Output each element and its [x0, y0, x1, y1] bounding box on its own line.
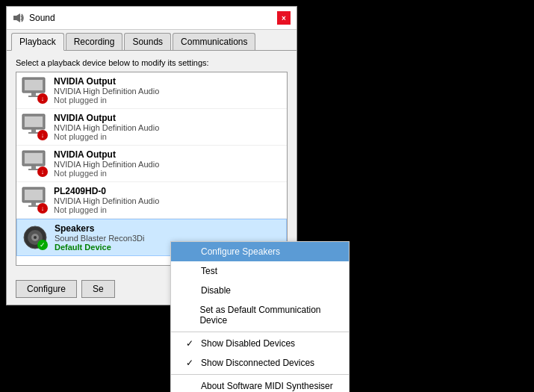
device-icon-wrap: ↓ — [21, 77, 48, 104]
tab-bar: Playback Recording Sounds Communications — [7, 30, 297, 51]
context-menu-item-disable[interactable]: Disable — [171, 281, 349, 300]
svg-rect-0 — [13, 16, 16, 20]
list-item[interactable]: ↓ PL2409HD-0 NVIDIA High Definition Audi… — [16, 182, 287, 219]
device-info: NVIDIA Output NVIDIA High Definition Aud… — [54, 149, 159, 178]
title-bar: Sound × — [7, 7, 297, 30]
tab-recording[interactable]: Recording — [66, 33, 123, 50]
list-item[interactable]: ↓ NVIDIA Output NVIDIA High Definition A… — [16, 72, 287, 109]
device-name: NVIDIA Output — [54, 149, 159, 160]
status-badge-red: ↓ — [37, 93, 48, 104]
device-icon-wrap: ↓ — [21, 187, 48, 214]
device-name: PL2409HD-0 — [54, 186, 159, 196]
svg-rect-15 — [25, 190, 43, 200]
device-name: Speakers — [55, 223, 144, 234]
window-title: Sound — [29, 13, 55, 23]
device-sub: Sound Blaster Recon3Di — [55, 234, 144, 243]
device-info: Speakers Sound Blaster Recon3Di Default … — [55, 223, 144, 252]
list-item[interactable]: ↓ NVIDIA Output NVIDIA High Definition A… — [16, 146, 287, 182]
device-sub: NVIDIA High Definition Audio — [54, 160, 159, 169]
set-default-button[interactable]: Se — [81, 280, 115, 298]
device-status: Not plugged in — [54, 96, 159, 105]
device-status: Not plugged in — [54, 132, 159, 141]
checkmark-show-disconnected: ✓ — [186, 358, 196, 368]
device-icon-wrap: ↓ — [21, 113, 48, 140]
svg-rect-11 — [25, 153, 43, 164]
device-sub: NVIDIA High Definition Audio — [54, 196, 159, 205]
context-menu-label: Configure Speakers — [201, 246, 280, 257]
context-menu-label: Disable — [201, 285, 231, 296]
svg-rect-3 — [25, 80, 43, 90]
window-icon — [13, 12, 25, 24]
context-menu-label: Show Disabled Devices — [201, 338, 295, 349]
content-area: Select a playback device below to modify… — [7, 51, 297, 273]
context-menu-item-show-disconnected[interactable]: ✓ Show Disconnected Devices — [171, 353, 349, 373]
device-status: Default Device — [55, 243, 144, 252]
tab-playback[interactable]: Playback — [11, 33, 64, 51]
speaker-icon-wrap: ✓ — [22, 224, 49, 251]
svg-rect-7 — [25, 116, 43, 127]
title-bar-left: Sound — [13, 12, 55, 24]
context-menu-label: Test — [201, 266, 217, 276]
tab-communications[interactable]: Communications — [173, 33, 255, 50]
context-menu-label: Show Disconnected Devices — [201, 358, 314, 368]
device-info: NVIDIA Output NVIDIA High Definition Aud… — [54, 76, 159, 105]
status-badge-green: ✓ — [37, 240, 48, 250]
context-menu: Configure Speakers Test Disable Set as D… — [170, 241, 350, 392]
device-sub: NVIDIA High Definition Audio — [54, 123, 159, 132]
device-name: NVIDIA Output — [54, 113, 159, 123]
context-menu-label: Set as Default Communication Device — [199, 305, 334, 326]
svg-rect-16 — [31, 202, 36, 205]
configure-button[interactable]: Configure — [16, 280, 77, 298]
svg-rect-12 — [31, 166, 36, 169]
device-icon-wrap: ↓ — [21, 150, 48, 177]
tab-sounds[interactable]: Sounds — [124, 33, 171, 50]
bottom-left: Configure Se — [16, 280, 115, 298]
list-item[interactable]: ↓ NVIDIA Output NVIDIA High Definition A… — [16, 109, 287, 146]
context-menu-separator-2 — [171, 374, 349, 375]
context-menu-label: About Software MIDI Synthesiser — [201, 381, 333, 391]
status-badge-red: ↓ — [37, 167, 48, 177]
svg-point-21 — [34, 236, 37, 239]
context-menu-item-about-midi[interactable]: About Software MIDI Synthesiser — [171, 376, 349, 392]
context-menu-item-configure[interactable]: Configure Speakers — [171, 242, 349, 261]
status-badge-red: ↓ — [37, 130, 48, 140]
svg-rect-8 — [31, 129, 36, 132]
context-menu-item-test[interactable]: Test — [171, 261, 349, 281]
checkmark-show-disabled: ✓ — [186, 338, 196, 349]
content-instruction: Select a playback device below to modify… — [16, 58, 288, 67]
svg-marker-1 — [16, 13, 20, 22]
context-menu-item-show-disabled[interactable]: ✓ Show Disabled Devices — [171, 334, 349, 353]
device-info: PL2409HD-0 NVIDIA High Definition Audio … — [54, 186, 159, 214]
device-name: NVIDIA Output — [54, 76, 159, 87]
close-button[interactable]: × — [277, 11, 291, 25]
context-menu-separator — [171, 332, 349, 332]
status-badge-red: ↓ — [37, 203, 48, 214]
device-list[interactable]: ↓ NVIDIA Output NVIDIA High Definition A… — [16, 72, 288, 266]
device-info: NVIDIA Output NVIDIA High Definition Aud… — [54, 113, 159, 141]
svg-rect-4 — [31, 93, 36, 96]
device-sub: NVIDIA High Definition Audio — [54, 87, 159, 96]
device-status: Not plugged in — [54, 169, 159, 178]
device-status: Not plugged in — [54, 205, 159, 214]
context-menu-item-set-default-comm[interactable]: Set as Default Communication Device — [171, 300, 349, 330]
